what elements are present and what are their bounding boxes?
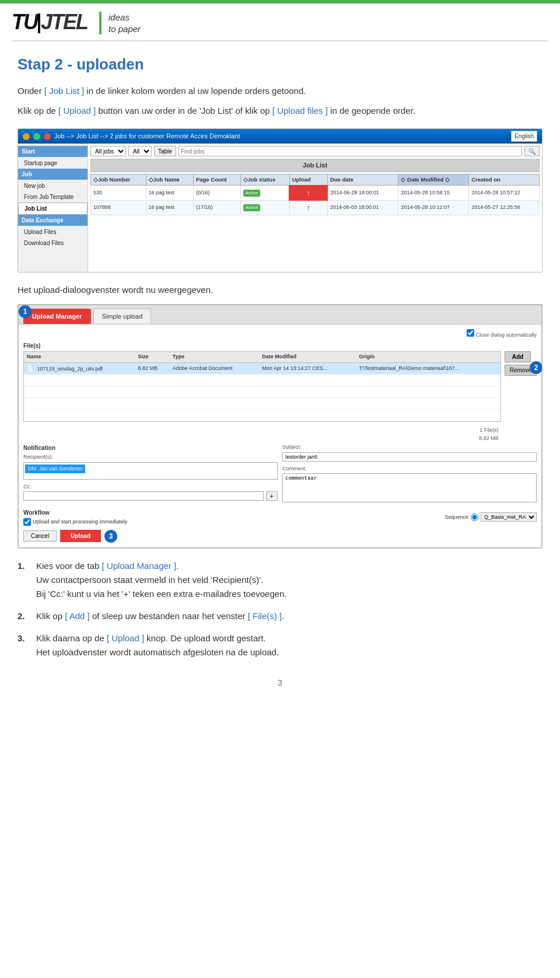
jl-body: Start Startup page Job New job From Job … [18, 144, 542, 272]
workflow-checkbox[interactable] [23, 518, 31, 526]
um-right-btns: Add Remove 2 [505, 351, 537, 443]
cc-add-btn[interactable]: + [266, 491, 278, 501]
file-type: Adobe Acrobat Document [170, 362, 259, 375]
add-btn[interactable]: Add [505, 351, 531, 362]
jl-sidebar: Start Startup page Job New job From Job … [18, 144, 88, 272]
cell-jobname: 16 pag test [146, 186, 193, 201]
maximize-btn[interactable] [33, 133, 40, 140]
filter-table-btn[interactable]: Table [154, 146, 176, 156]
sequence-row: Sequence Q_Basis_met_RA [444, 512, 537, 522]
sidebar-item-joblist[interactable]: Job List [18, 202, 88, 215]
header: TUJTEL ideas to paper [0, 4, 560, 40]
sidebar-item-downloadfiles[interactable]: Download Files [18, 237, 88, 249]
link-upload-files: [ Upload files ] [272, 106, 328, 116]
table-row: 530 16 pag test (0/16) Active ↑ 2014-06-… [91, 186, 540, 201]
subject-input[interactable] [282, 452, 537, 462]
files-section-label: File(s) [23, 341, 537, 350]
paragraph-1: Onder [ Job List ] in de linker kolom wo… [18, 84, 542, 98]
sidebar-item-fromtemplate[interactable]: From Job Template [18, 191, 88, 202]
cell-duedate: 2014-06-28 18:00:01 [327, 186, 398, 201]
job-list-table: ◇Job Number ◇Job Name Page Count ◇Job st… [90, 174, 540, 215]
sequence-label: Sequence [444, 514, 468, 522]
file-origin: T:\Testmateriaal_RA\Demo materiaal\107..… [356, 362, 500, 375]
badge-3: 3 [104, 530, 117, 543]
table-row: 107886 16 pag test (17/16) Active ↑ 2014… [91, 200, 540, 215]
th-name: Name [24, 352, 135, 362]
instruction-list: 1. Kies voor de tab [ Upload Manager ]. … [18, 559, 542, 659]
cell-duedate: 2014-06-03 18:00:01 [327, 200, 398, 215]
jl-chrome: Job --> Job List --> 2 jobs for customer… [18, 129, 542, 272]
step-badge-3: 3 [104, 530, 117, 543]
um-box: 1 Upload Manager Simple upload Close dia… [18, 305, 542, 548]
content-area: Stap 2 - uploaden Onder [ Job List ] in … [0, 53, 560, 712]
cell-datemodified: 2014-05-28 10:58:15 [398, 186, 469, 201]
um-stats: 1 File(s) 8.82 MB [23, 425, 501, 443]
um-file-area: Name Size Type Date Modified Origin [23, 351, 537, 443]
minimize-btn[interactable] [23, 133, 30, 140]
instruction-num-2: 2. [18, 609, 29, 623]
workflow-left: Workflow Upload and start processing imm… [23, 508, 128, 526]
remove-btn-wrapper: Remove 2 [505, 365, 537, 376]
form-right: Subject: Comment: commentaar [282, 443, 537, 505]
th-origin: Origin [356, 352, 500, 362]
th-upload: Upload [289, 174, 327, 186]
tab-wrapper-1: 1 Upload Manager [23, 309, 93, 324]
link-job-list-1: [ Job List ] [44, 86, 84, 96]
tab-upload-manager[interactable]: Upload Manager [23, 309, 91, 324]
instruction-num-3: 3. [18, 631, 29, 645]
sidebar-item-startup[interactable]: Startup page [18, 158, 88, 169]
instruction-text-1: Kies voor de tab [ Upload Manager ]. Uw … [36, 559, 287, 601]
instruction-item-2: 2. Klik op [ Add ] of sleep uw bestanden… [18, 609, 542, 623]
search-btn[interactable]: 🔍 [524, 146, 540, 156]
cell-createdon: 2014-05-27 12:25:56 [469, 200, 540, 215]
close-auto-checkbox[interactable] [467, 329, 474, 337]
filter-all[interactable]: All [128, 146, 152, 156]
jl-toolbar: All jobs All Table 🔍 [90, 146, 540, 156]
cell-jobstatus: Active [240, 186, 289, 201]
bottom-btns: Cancel Upload 3 [23, 530, 537, 543]
cell-upload[interactable]: ↑ [289, 200, 327, 215]
file-row-empty [24, 375, 501, 386]
step-title: Stap 2 - uploaden [18, 53, 542, 76]
cell-datemodified: 2014-05-28 10:12:07 [398, 200, 469, 215]
lang-selector[interactable]: English [511, 131, 537, 142]
filter-alljobs[interactable]: All jobs [90, 146, 126, 156]
slogan-line2: to paper [108, 23, 141, 35]
link-upload-manager-ref: [ Upload Manager ] [102, 561, 177, 571]
upload-btn[interactable]: Upload [60, 530, 101, 542]
pdf-icon: 📄 [27, 365, 34, 372]
search-input[interactable] [178, 146, 522, 156]
subject-label: Subject: [282, 443, 537, 452]
sidebar-item-uploadfiles[interactable]: Upload Files [18, 226, 88, 237]
sidebar-item-newjob[interactable]: New job [18, 180, 88, 191]
link-upload-1: [ Upload ] [58, 106, 96, 116]
comment-textarea[interactable]: commentaar [282, 473, 537, 502]
status-badge: Active [243, 190, 261, 197]
cc-input[interactable] [23, 491, 264, 501]
link-upload-ref: [ Upload ] [107, 633, 144, 643]
window-title: Job --> Job List --> 2 jobs for customer… [54, 131, 508, 141]
recipient-label: Recipient(s): [23, 453, 278, 462]
sidebar-section-job: Job [18, 169, 88, 180]
cell-pagecount: (17/16) [193, 200, 240, 215]
cell-jobnumber: 530 [91, 186, 146, 201]
cancel-btn[interactable]: Cancel [23, 530, 57, 542]
notification-label: Notification [23, 443, 278, 452]
dialog-intro-text: Het upload-dialoogvenster wordt nu weerg… [18, 283, 542, 297]
instruction-detail1b: Bij 'Cc:' kunt u via het '+' teken een e… [36, 589, 287, 599]
sequence-radio[interactable] [471, 514, 478, 521]
cell-upload[interactable]: ↑ [289, 186, 327, 201]
um-file-table: Name Size Type Date Modified Origin [24, 352, 501, 421]
jl-titlebar: Job --> Job List --> 2 jobs for customer… [18, 129, 542, 144]
close-btn[interactable] [44, 133, 51, 140]
sequence-select[interactable]: Q_Basis_met_RA [481, 512, 537, 522]
th-jobstatus: ◇Job status [240, 174, 289, 186]
workflow-row: Workflow Upload and start processing imm… [23, 508, 537, 526]
file-row-empty [24, 398, 501, 410]
tab-simple-upload[interactable]: Simple upload [93, 309, 152, 324]
instruction-text-2: Klik op [ Add ] of sleep uw bestanden na… [36, 609, 284, 623]
file-row: 📄 107119_omslag_2p_uitv.pdf 8.82 MB Adob… [24, 362, 501, 375]
file-row-empty [24, 410, 501, 421]
logo-slogan: ideas to paper [99, 12, 141, 34]
notification-form: Notification Recipient(s): Dhr. Jan van … [23, 443, 537, 505]
